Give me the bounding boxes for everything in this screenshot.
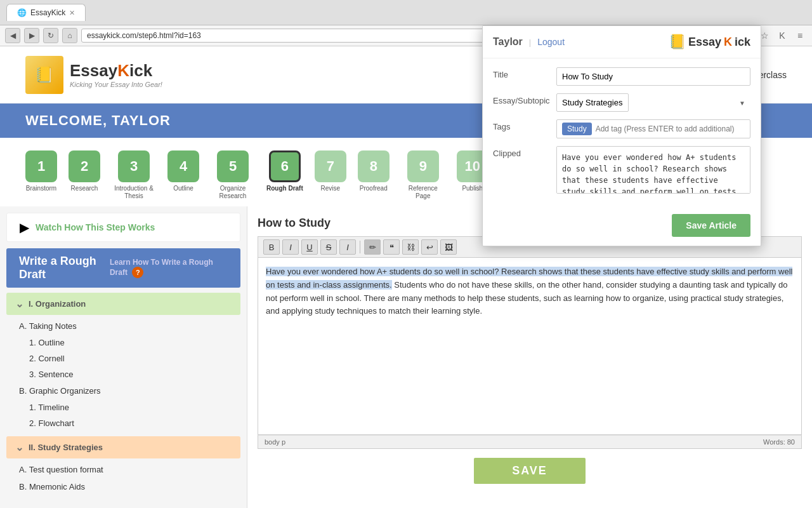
step-4-label: Outline: [173, 185, 193, 192]
step-7-label: Revise: [320, 185, 340, 192]
step-2-number: 2: [69, 150, 100, 182]
overlay-popup: Taylor | Logout 📒 EssayKick Title Essay/…: [482, 25, 761, 246]
editor-path: body p: [265, 438, 285, 446]
left-panel: ▶ Watch How This Step Works Write a Roug…: [0, 206, 247, 508]
outline-item-test-question: A. Test question format: [6, 461, 240, 478]
step-8-number: 8: [358, 150, 390, 182]
outline-group-1-items: A. Taking Notes 1. Outline 2. Cornell 3.…: [6, 318, 240, 431]
outline-group-2-title: II. Study Strategies: [29, 443, 103, 452]
popup-footer: Save Article: [483, 210, 761, 246]
popup-clipped-row: Clipped Have you ever wondered how A+ st…: [493, 146, 750, 194]
logo-text-area: EssayKick Kicking Your Essay Into Gear!: [70, 61, 162, 88]
extension-icon[interactable]: K: [775, 29, 789, 43]
toolbar-strikethrough[interactable]: S: [320, 239, 337, 255]
watch-step-header: ▶ Watch How This Step Works: [6, 213, 240, 242]
popup-essay-label: Essay/Subtopic: [493, 93, 550, 105]
popup-tags-area: Study: [556, 119, 750, 138]
popup-username: Taylor: [493, 36, 523, 48]
back-button[interactable]: ◀: [5, 28, 20, 43]
outline-subitem-sentence: 3. Sentence: [6, 366, 240, 382]
logo-image: 📒: [25, 56, 63, 94]
outline-group-2-items: A. Test question format B. Mnemonic Aids: [6, 461, 240, 495]
learn-link-text: Learn How To Write a Rough Draft: [110, 258, 213, 277]
content-area: ▶ Watch How This Step Works Write a Roug…: [0, 206, 812, 508]
outline-item-graphic-organizers: B. Graphic Organizers: [6, 382, 240, 399]
watch-step-link[interactable]: Watch How This Step Works: [36, 222, 155, 232]
step-6-number: 6: [269, 150, 301, 182]
popup-header-left: Taylor | Logout: [493, 36, 565, 48]
step-2[interactable]: 2 Research: [69, 150, 100, 192]
toolbar-bold[interactable]: B: [263, 239, 280, 255]
toolbar-highlight[interactable]: ✏: [364, 239, 381, 255]
step-6-label: Rough Draft: [266, 185, 303, 192]
toolbar-underline[interactable]: U: [301, 239, 318, 255]
forward-button[interactable]: ▶: [24, 28, 39, 43]
step-7[interactable]: 7 Revise: [315, 150, 346, 192]
step-1-number: 1: [25, 150, 57, 182]
collapse-arrow-1[interactable]: ⌄: [15, 298, 23, 310]
popup-logo: 📒 EssayKick: [669, 34, 750, 50]
logo-essay: Essay: [70, 61, 117, 80]
popup-logout-link[interactable]: Logout: [537, 37, 565, 47]
video-icon: ▶: [20, 220, 29, 235]
step-1[interactable]: 1 Brainstorm: [25, 150, 57, 192]
outline-item-taking-notes: A. Taking Notes: [6, 318, 240, 335]
save-button[interactable]: SAVE: [474, 458, 586, 484]
editor-area[interactable]: Have you ever wondered how A+ students d…: [258, 257, 802, 435]
tab-close-button[interactable]: ✕: [69, 9, 75, 17]
step-10-label: Publish: [462, 185, 483, 192]
step-8[interactable]: 8 Proofread: [358, 150, 390, 192]
toolbar-italic2[interactable]: I: [339, 239, 356, 255]
outline-section: ⌄ I. Organization A. Taking Notes 1. Out…: [0, 293, 247, 495]
step-9-label: Reference Page: [401, 185, 445, 200]
logo-area: 📒 EssayKick Kicking Your Essay Into Gear…: [25, 56, 162, 94]
popup-title-input[interactable]: [556, 67, 750, 86]
popup-divider: |: [529, 37, 531, 47]
outline-subitem-cornell: 2. Cornell: [6, 351, 240, 366]
menu-icon[interactable]: ≡: [793, 29, 807, 43]
popup-body: Title Essay/Subtopic Study Strategies Op…: [483, 58, 761, 210]
outline-subitem-flowchart: 2. Flowchart: [6, 415, 240, 431]
step-6[interactable]: 6 Rough Draft: [266, 150, 303, 192]
learn-link[interactable]: Learn How To Write a Rough Draft ?: [110, 258, 228, 278]
step-5[interactable]: 5 Organize Research: [211, 150, 255, 200]
tag-input[interactable]: [596, 124, 745, 133]
home-button[interactable]: ⌂: [62, 28, 77, 43]
popup-essay-row: Essay/Subtopic Study Strategies Option 2: [493, 93, 750, 112]
toolbar-quote[interactable]: ❝: [383, 239, 400, 255]
step-4[interactable]: 4 Outline: [167, 150, 199, 192]
outline-subitem-timeline: 1. Timeline: [6, 399, 240, 415]
tag-badge-study: Study: [562, 123, 592, 135]
collapse-arrow-2[interactable]: ⌄: [15, 441, 23, 453]
step-7-number: 7: [315, 150, 346, 182]
popup-essay-select-wrapper: Study Strategies Option 2: [556, 93, 750, 112]
reload-button[interactable]: ↻: [43, 28, 58, 43]
save-article-button[interactable]: Save Article: [672, 214, 750, 237]
outline-item-mnemonic: B. Mnemonic Aids: [6, 478, 240, 495]
toolbar-unlink[interactable]: ↩: [421, 239, 438, 255]
word-count: Words: 80: [763, 438, 795, 446]
popup-clipped-textarea[interactable]: Have you ever wondered how A+ students d…: [556, 146, 750, 194]
outline-group-2-header: ⌄ II. Study Strategies: [6, 436, 240, 458]
section-title: Write a Rough Draft: [19, 255, 110, 281]
outline-group-1-title: I. Organization: [29, 299, 86, 309]
toolbar-image[interactable]: 🖼: [440, 239, 457, 255]
step-3-number: 3: [118, 150, 150, 182]
toolbar-link[interactable]: ⛓: [402, 239, 419, 255]
step-9-number: 9: [407, 150, 439, 182]
popup-essay-select[interactable]: Study Strategies Option 2: [556, 93, 629, 112]
step-3-label: Introduction & Thesis: [112, 185, 156, 200]
popup-logo-essay: Essay: [688, 36, 721, 49]
step-9[interactable]: 9 Reference Page: [401, 150, 445, 200]
step-5-number: 5: [217, 150, 249, 182]
help-icon[interactable]: ?: [132, 267, 143, 278]
step-1-label: Brainstorm: [26, 185, 56, 192]
toolbar-italic[interactable]: I: [282, 239, 299, 255]
popup-logo-ick: ick: [735, 36, 750, 49]
outline-subitem-outline: 1. Outline: [6, 335, 240, 351]
browser-tab[interactable]: 🌐 EssayKick ✕: [6, 4, 86, 21]
tab-favicon: 🌐: [17, 8, 27, 17]
step-8-label: Proofread: [360, 185, 388, 192]
popup-logo-emoji: 📒: [669, 34, 686, 50]
step-3[interactable]: 3 Introduction & Thesis: [112, 150, 156, 200]
